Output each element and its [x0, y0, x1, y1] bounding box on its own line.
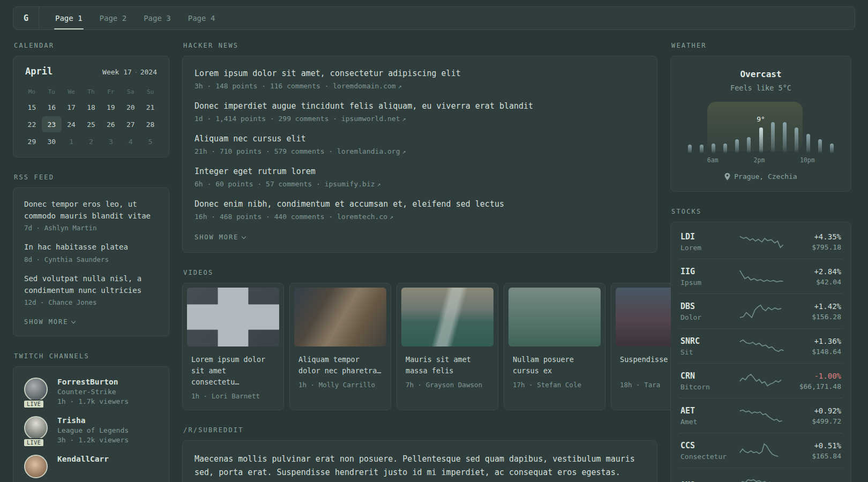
stock-values: -1.00%$66,171.48: [785, 372, 841, 390]
weather-bar: [700, 145, 704, 153]
twitch-channel-item[interactable]: LIVEForrestBurtonCounter-Strike1h · 1.7k…: [24, 378, 158, 405]
hn-meta-text: 6h · 60 points · 57 comments ·: [194, 180, 325, 188]
calendar-day[interactable]: 18: [81, 99, 101, 115]
hn-item-link[interactable]: loremtech.co: [337, 213, 387, 221]
subreddit-widget: Maecenas mollis pulvinar erat non posuer…: [182, 440, 657, 482]
calendar-day[interactable]: 20: [121, 99, 140, 115]
weather-hourly-chart: 9°: [684, 102, 838, 153]
subreddit-section-title: /R/SUBREDDIT: [183, 426, 657, 434]
stock-row[interactable]: DBSDolor+1.42%$156.28: [679, 293, 842, 328]
sparkline-chart: [739, 266, 785, 287]
hn-show-more-button[interactable]: SHOW MORE: [194, 234, 245, 241]
hacker-news-item[interactable]: Lorem ipsum dolor sit amet, consectetur …: [194, 68, 645, 90]
calendar-day[interactable]: 17: [62, 99, 81, 115]
twitch-channel-item[interactable]: KendallCarr: [24, 455, 158, 478]
calendar-day[interactable]: 19: [101, 99, 121, 115]
calendar-day[interactable]: 21: [140, 99, 160, 115]
chevron-down-icon: [71, 319, 76, 323]
weather-time-label: [815, 156, 827, 164]
calendar-day[interactable]: 24: [62, 116, 81, 132]
rss-item[interactable]: Donec tempor eros leo, ut commodo mauris…: [24, 199, 158, 232]
video-card[interactable]: Mauris sit amet massa felis7h · Grayson …: [396, 283, 498, 410]
calendar-week-year: Week 17·2024: [102, 68, 157, 76]
twitch-channel-item[interactable]: LIVETrishaLeague of Legends3h · 1.2k vie…: [24, 416, 158, 444]
external-link-icon: ↗: [402, 115, 406, 123]
app-logo[interactable]: G: [13, 7, 39, 29]
nav-tab-page-2[interactable]: Page 2: [93, 7, 133, 29]
hacker-news-item[interactable]: Integer eget rutrum lorem6h · 60 points …: [194, 166, 645, 188]
sparkline-chart: [739, 231, 785, 252]
stock-row[interactable]: AHS+0.46%: [679, 468, 842, 482]
videos-section-title: VIDEOS: [183, 269, 657, 276]
canoe-foggy-lake-thumbnail: [508, 288, 601, 347]
stock-row[interactable]: CRNBitcorn-1.00%$66,171.48: [679, 363, 842, 398]
calendar-day[interactable]: 15: [22, 99, 42, 115]
calendar-day-selected[interactable]: 23: [42, 116, 62, 132]
calendar-day[interactable]: 29: [22, 133, 42, 149]
stock-values: +1.42%$156.28: [785, 302, 841, 321]
nav-tab-page-3[interactable]: Page 3: [137, 7, 177, 29]
calendar-day[interactable]: 22: [22, 116, 42, 132]
stock-row[interactable]: IIGIpsum+2.84%$42.04: [679, 259, 842, 293]
video-title: Lorem ipsum dolor sit amet consectetu…: [191, 354, 275, 388]
hn-item-meta: 3h · 148 points · 116 comments · loremdo…: [194, 82, 645, 90]
hands-holding-camera-thumbnail: [294, 288, 386, 347]
stock-price: $165.84: [785, 452, 841, 460]
stock-row[interactable]: SNRCSit+1.36%$148.64: [679, 328, 842, 363]
weather-bar: [735, 139, 739, 153]
chevron-down-icon: [242, 235, 246, 239]
nav-tab-page-4[interactable]: Page 4: [182, 7, 222, 29]
stock-change: +1.42%: [785, 302, 841, 311]
hacker-news-item[interactable]: Donec imperdiet augue tincidunt felis al…: [194, 101, 645, 123]
stocks-widget: LDILorem+4.35%$795.18IIGIpsum+2.84%$42.0…: [670, 222, 851, 482]
sparkline-chart: [739, 336, 785, 356]
avatar-wrap: [24, 455, 49, 478]
video-card[interactable]: Lorem ipsum dolor sit amet consectetu…1h…: [182, 283, 284, 410]
rss-item-meta: 8d · Cynthia Saunders: [24, 255, 158, 263]
calendar-day[interactable]: 4: [121, 133, 140, 149]
person-in-field-thumbnail: [616, 288, 671, 347]
calendar-day-name: Su: [140, 85, 160, 98]
calendar-day[interactable]: 26: [101, 116, 121, 132]
calendar-day[interactable]: 30: [42, 133, 62, 149]
calendar-month: April: [25, 66, 53, 77]
stock-price: $499.72: [785, 417, 841, 425]
hn-item-link[interactable]: ipsumify.biz: [325, 180, 375, 188]
video-card[interactable]: Suspendisse diam18h · Tara: [611, 283, 671, 410]
hacker-news-item[interactable]: Aliquam nec cursus elit21h · 710 points …: [194, 133, 645, 155]
nav-tab-page-1[interactable]: Page 1: [49, 7, 89, 29]
page-tabs: Page 1Page 2Page 3Page 4: [39, 7, 221, 29]
stock-row[interactable]: AETAmet+0.92%$499.72: [679, 398, 842, 433]
hacker-news-item[interactable]: Donec enim nibh, condimentum et accumsan…: [194, 199, 645, 221]
video-card-body: Mauris sit amet massa felis7h · Grayson …: [397, 351, 498, 398]
video-meta: 7h · Grayson Dawson: [406, 381, 489, 389]
stock-sparkline: [738, 371, 785, 391]
weather-bar: [759, 127, 763, 153]
calendar-day[interactable]: 3: [101, 133, 121, 149]
external-link-icon: ↗: [390, 213, 393, 221]
hn-item-title: Donec imperdiet augue tincidunt felis al…: [194, 101, 645, 112]
rss-item[interactable]: Sed volutpat nulla nisl, a condimentum n…: [24, 273, 158, 306]
calendar-day[interactable]: 25: [81, 116, 101, 132]
rss-show-more-button[interactable]: SHOW MORE: [24, 318, 75, 326]
calendar-day[interactable]: 1: [62, 133, 81, 149]
video-card[interactable]: Aliquam tempor dolor nec pharetra…1h · M…: [289, 283, 391, 410]
rss-item-title: Sed volutpat nulla nisl, a condimentum n…: [24, 273, 158, 296]
calendar-day[interactable]: 16: [42, 99, 62, 115]
hn-item-meta: 21h · 710 points · 579 comments · loreml…: [194, 147, 645, 155]
calendar-day[interactable]: 27: [121, 116, 140, 132]
stock-row[interactable]: CCSConsectetur+0.51%$165.84: [679, 433, 842, 468]
weather-bar: [818, 139, 822, 153]
hn-item-title: Lorem ipsum dolor sit amet, consectetur …: [194, 68, 645, 79]
hn-item-link[interactable]: loremlandia.org: [337, 147, 400, 155]
calendar-day[interactable]: 2: [81, 133, 101, 149]
video-card[interactable]: Nullam posuere cursus ex17h · Stefan Col…: [504, 283, 605, 410]
stock-row[interactable]: LDILorem+4.35%$795.18: [679, 224, 842, 259]
hn-item-link[interactable]: loremdomain.com: [333, 82, 395, 90]
reddit-post[interactable]: Maecenas mollis pulvinar erat non posuer…: [194, 453, 645, 482]
hn-item-link[interactable]: ipsumworld.net: [341, 115, 400, 123]
rss-item[interactable]: In hac habitasse platea8d · Cynthia Saun…: [24, 242, 158, 263]
calendar-day[interactable]: 5: [140, 133, 160, 149]
weather-time-label: 6am: [707, 156, 719, 164]
calendar-day[interactable]: 28: [140, 116, 160, 132]
